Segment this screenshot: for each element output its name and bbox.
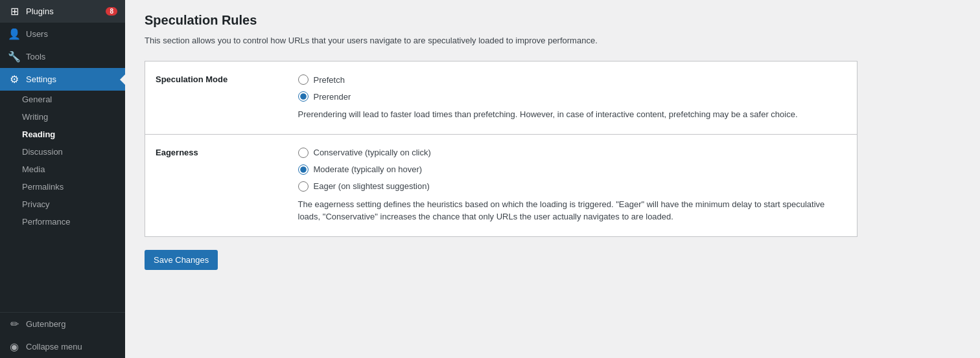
submenu-item-privacy[interactable]: Privacy <box>0 196 125 213</box>
sidebar: ⊞ Plugins 8 👤 Users 🔧 Tools ⚙ Settings G… <box>0 0 125 358</box>
conservative-label: Conservative (typically on click) <box>314 148 431 157</box>
conservative-option[interactable]: Conservative (typically on click) <box>298 148 847 158</box>
eagerness-options: Conservative (typically on click) Modera… <box>288 134 858 236</box>
sidebar-item-settings[interactable]: ⚙ Settings <box>0 68 125 91</box>
eager-option[interactable]: Eager (on slightest suggestion) <box>298 181 847 192</box>
moderate-radio[interactable] <box>298 164 309 175</box>
users-icon: 👤 <box>8 28 21 40</box>
moderate-label: Moderate (typically on hover) <box>314 164 423 174</box>
active-arrow <box>120 74 125 85</box>
sidebar-item-tools[interactable]: 🔧 Tools <box>0 45 125 68</box>
collapse-icon: ◉ <box>8 341 21 353</box>
settings-icon: ⚙ <box>8 73 21 85</box>
save-changes-button[interactable]: Save Changes <box>145 250 218 270</box>
settings-table: Speculation Mode Prefetch Prerender Prer… <box>145 61 858 237</box>
submenu-item-discussion[interactable]: Discussion <box>0 143 125 161</box>
submenu-item-media[interactable]: Media <box>0 161 125 178</box>
sidebar-item-collapse[interactable]: ◉ Collapse menu <box>0 335 125 358</box>
tools-icon: 🔧 <box>8 50 21 63</box>
sidebar-item-collapse-label: Collapse menu <box>26 342 117 352</box>
gutenberg-icon: ✏ <box>8 318 21 330</box>
speculation-mode-label: Speculation Mode <box>145 62 288 135</box>
submenu-item-performance[interactable]: Performance <box>0 213 125 230</box>
sidebar-item-users-label: Users <box>26 29 117 39</box>
submenu-item-writing[interactable]: Writing <box>0 108 125 126</box>
sidebar-item-plugins-label: Plugins <box>26 6 103 16</box>
eagerness-description: The eagerness setting defines the heuris… <box>298 198 847 223</box>
sidebar-item-gutenberg[interactable]: ✏ Gutenberg <box>0 313 125 335</box>
prerender-label: Prerender <box>314 92 351 102</box>
speculation-mode-radio-group: Prefetch Prerender <box>298 74 847 102</box>
conservative-radio[interactable] <box>298 148 309 158</box>
sidebar-bottom: ✏ Gutenberg ◉ Collapse menu <box>0 312 125 358</box>
submenu-item-permalinks[interactable]: Permalinks <box>0 178 125 196</box>
eager-radio[interactable] <box>298 181 309 192</box>
page-description: This section allows you to control how U… <box>145 36 728 45</box>
sidebar-item-gutenberg-label: Gutenberg <box>26 319 117 329</box>
sidebar-item-settings-label: Settings <box>26 74 117 84</box>
eagerness-label: Eagerness <box>145 134 288 236</box>
speculation-mode-row: Speculation Mode Prefetch Prerender Prer… <box>145 62 858 135</box>
prefetch-option[interactable]: Prefetch <box>298 74 847 85</box>
speculation-mode-description: Prerendering will lead to faster load ti… <box>298 108 847 121</box>
sidebar-item-users[interactable]: 👤 Users <box>0 23 125 45</box>
speculation-mode-options: Prefetch Prerender Prerendering will lea… <box>288 62 858 135</box>
prerender-option[interactable]: Prerender <box>298 91 847 102</box>
plugins-badge: 8 <box>106 7 117 16</box>
moderate-option[interactable]: Moderate (typically on hover) <box>298 164 847 175</box>
submenu-item-reading[interactable]: Reading <box>0 126 125 143</box>
sidebar-item-plugins[interactable]: ⊞ Plugins 8 <box>0 0 125 23</box>
submenu-item-general[interactable]: General <box>0 91 125 108</box>
main-content: Speculation Rules This section allows yo… <box>125 0 980 358</box>
prefetch-label: Prefetch <box>314 75 345 85</box>
prerender-radio[interactable] <box>298 91 309 102</box>
page-title: Speculation Rules <box>145 13 961 28</box>
eager-label: Eager (on slightest suggestion) <box>314 181 430 191</box>
plugins-icon: ⊞ <box>8 5 21 17</box>
eagerness-row: Eagerness Conservative (typically on cli… <box>145 134 858 236</box>
prefetch-radio[interactable] <box>298 74 309 85</box>
sidebar-item-tools-label: Tools <box>26 52 117 62</box>
eagerness-radio-group: Conservative (typically on click) Modera… <box>298 148 847 192</box>
